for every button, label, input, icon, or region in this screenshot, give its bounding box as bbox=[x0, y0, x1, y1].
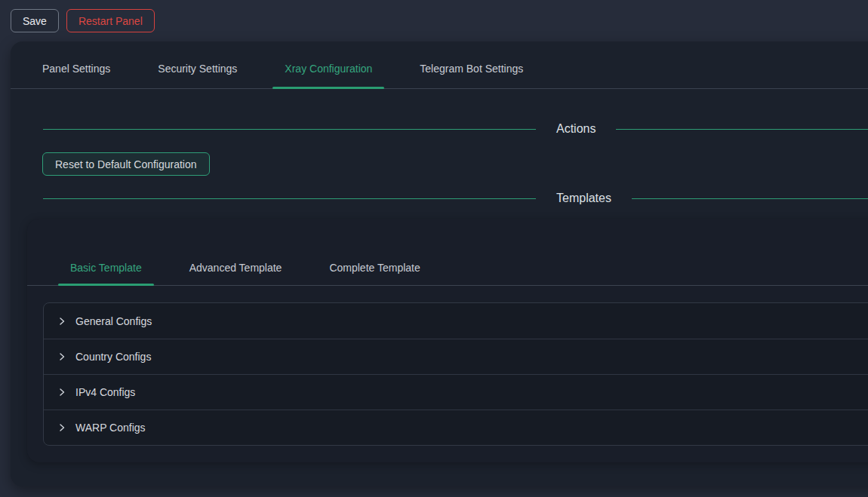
tab-security-settings[interactable]: Security Settings bbox=[146, 61, 249, 88]
config-collapse-list: General Configs Country Configs IPv4 Con… bbox=[43, 302, 868, 446]
tab-basic-template[interactable]: Basic Template bbox=[58, 260, 154, 285]
actions-divider-label: Actions bbox=[536, 122, 616, 136]
settings-tabbar: Panel Settings Security Settings Xray Co… bbox=[11, 41, 868, 89]
settings-card: Panel Settings Security Settings Xray Co… bbox=[11, 41, 868, 486]
templates-divider: Templates bbox=[43, 192, 868, 205]
restart-panel-button[interactable]: Restart Panel bbox=[66, 9, 155, 32]
collapse-item-ipv4-configs[interactable]: IPv4 Configs bbox=[44, 374, 868, 410]
tab-telegram-bot-settings[interactable]: Telegram Bot Settings bbox=[408, 61, 535, 88]
divider-line bbox=[43, 129, 536, 130]
tab-panel-settings[interactable]: Panel Settings bbox=[30, 61, 122, 88]
chevron-right-icon bbox=[57, 388, 66, 397]
tab-advanced-template[interactable]: Advanced Template bbox=[177, 260, 294, 285]
chevron-right-icon bbox=[57, 317, 66, 326]
divider-line bbox=[632, 198, 868, 199]
tab-complete-template[interactable]: Complete Template bbox=[317, 260, 432, 285]
collapse-item-country-configs[interactable]: Country Configs bbox=[44, 339, 868, 374]
templates-card: Basic Template Advanced Template Complet… bbox=[27, 219, 868, 462]
actions-divider: Actions bbox=[43, 122, 868, 136]
collapse-item-label: WARP Configs bbox=[75, 422, 146, 434]
divider-line bbox=[43, 198, 536, 199]
collapse-item-warp-configs[interactable]: WARP Configs bbox=[44, 410, 868, 445]
templates-divider-label: Templates bbox=[536, 192, 632, 205]
collapse-item-general-configs[interactable]: General Configs bbox=[44, 303, 868, 339]
top-toolbar: Save Restart Panel bbox=[0, 0, 868, 36]
collapse-item-label: Country Configs bbox=[75, 351, 151, 363]
collapse-item-label: General Configs bbox=[75, 315, 152, 327]
reset-to-default-button[interactable]: Reset to Default Configuration bbox=[42, 152, 210, 176]
divider-line bbox=[616, 129, 868, 130]
chevron-right-icon bbox=[57, 352, 66, 361]
templates-tabbar: Basic Template Advanced Template Complet… bbox=[27, 219, 868, 286]
collapse-item-label: IPv4 Configs bbox=[75, 386, 135, 398]
save-button[interactable]: Save bbox=[11, 9, 59, 32]
chevron-right-icon bbox=[57, 423, 66, 432]
tab-xray-configuration[interactable]: Xray Configuration bbox=[272, 61, 384, 88]
